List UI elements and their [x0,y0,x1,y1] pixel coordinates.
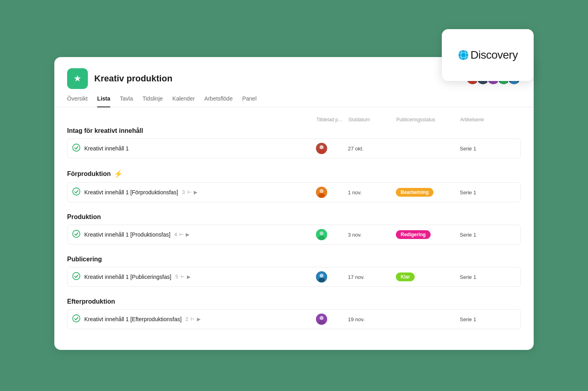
svg-point-27 [73,230,80,237]
task-meta: 4 ⊢ ▶ [175,232,190,237]
task-assignee [316,143,348,154]
tab-arbetsflode[interactable]: Arbetsflöde [205,95,233,107]
task-date: 27 okt. [348,146,396,152]
article-series: Serie 1 [460,232,516,238]
task-status: Bearbetning [396,188,460,197]
lightning-icon: ⚡ [114,170,123,178]
task-name-cell: Kreativt innehåll 1 [Publiceringsfas] 5 … [72,272,316,282]
svg-point-21 [320,145,324,149]
task-assignee [316,229,348,240]
status-badge-bearbetning: Bearbetning [396,188,433,197]
task-assignee [316,314,348,325]
task-assignee [316,187,348,198]
col-due-date: Slutdatum [348,117,396,122]
column-headers: Tilldelad p... Slutdatum Publiceringssta… [67,117,521,122]
svg-point-35 [73,315,80,322]
task-name: Kreativt innehåll 1 [Förproduktionsfas] [84,189,178,196]
task-avatar [316,187,327,198]
discovery-globe-icon [458,49,469,61]
svg-point-33 [320,274,324,278]
nav-tabs: Översikt Lista Tavla Tidslinje Kalender … [54,89,534,107]
subtask-icon: ⊢ [179,232,183,237]
section-intag: Intag för kreativt innehåll Kreativt inn… [67,127,521,158]
col-assignee: Tilldelad p... [316,117,348,122]
article-series: Serie 1 [460,190,516,196]
task-avatar [316,271,327,282]
article-series: Serie 1 [460,274,516,280]
subtask-icon: ⊢ [191,316,195,322]
svg-point-25 [320,189,324,193]
task-date: 17 nov. [348,274,396,280]
section-forproduktion: Förproduktion ⚡ Kreativt innehåll 1 [För… [67,170,521,202]
task-row[interactable]: Kreativt innehåll 1 [Produktionsfas] 4 ⊢… [67,225,521,245]
svg-point-38 [318,320,325,325]
main-card: ★ Kreativ produktion [54,57,534,350]
svg-point-26 [318,193,325,198]
svg-point-34 [318,278,325,282]
svg-point-30 [318,235,325,240]
task-row[interactable]: Kreativt innehåll 1 27 okt. Serie 1 [67,138,521,158]
task-row[interactable]: Kreativt innehåll 1 [Efterproduktionsfas… [67,309,521,329]
task-avatar [316,314,327,325]
task-name-cell: Kreativt innehåll 1 [72,144,316,154]
task-name: Kreativt innehåll 1 [Publiceringsfas] [84,274,171,280]
svg-point-29 [320,231,324,235]
section-title-publicering: Publicering [67,256,521,263]
task-status: Klar [396,273,460,281]
task-name-cell: Kreativt innehåll 1 [Efterproduktionsfas… [72,314,316,324]
task-status: Redigering [396,230,460,239]
article-series: Serie 1 [460,146,516,152]
section-title-intag: Intag för kreativt innehåll [67,127,521,134]
task-name: Kreativt innehåll 1 [84,145,129,152]
page-title: Kreativ produktion [94,73,173,84]
article-series: Serie 1 [460,316,516,322]
discovery-card: Discovery [442,29,534,81]
col-article-series: Artikelserie [460,117,516,122]
tab-oversikt[interactable]: Översikt [67,95,87,107]
app-icon: ★ [67,68,88,89]
svg-point-37 [320,316,324,320]
section-efterproduktion: Efterproduktion Kreativt innehåll 1 [Eft… [67,298,521,329]
status-badge-redigering: Redigering [396,230,431,239]
task-name: Kreativt innehåll 1 [Produktionsfas] [84,231,171,238]
check-icon [72,272,80,282]
task-meta: 2 ⊢ ▶ [186,316,201,322]
svg-point-22 [318,149,325,154]
task-row[interactable]: Kreativt innehåll 1 [Publiceringsfas] 5 … [67,267,521,287]
task-name-cell: Kreativt innehåll 1 [Förproduktionsfas] … [72,188,316,197]
tab-kalender[interactable]: Kalender [173,95,195,107]
tab-lista[interactable]: Lista [97,95,110,107]
col-task-name [72,117,316,122]
section-publicering: Publicering Kreativt innehåll 1 [Publice… [67,256,521,287]
tab-tidslinje[interactable]: Tidslinje [143,95,163,107]
col-publish-status: Publiceringsstatus [396,117,460,122]
task-meta: 3 ⊢ ▶ [182,190,197,195]
svg-point-19 [73,144,80,151]
task-avatar [316,229,327,240]
section-produktion: Produktion Kreativt innehåll 1 [Produkti… [67,213,521,245]
task-date: 1 nov. [348,190,396,196]
check-icon [72,230,80,240]
svg-point-31 [73,273,80,280]
task-avatar [316,143,327,154]
expand-icon: ▶ [194,190,197,195]
check-icon [72,188,80,197]
task-name-cell: Kreativt innehåll 1 [Produktionsfas] 4 ⊢… [72,230,316,240]
content-area: Tilldelad p... Slutdatum Publiceringssta… [54,107,534,350]
discovery-label: Discovery [471,49,518,61]
subtask-icon: ⊢ [181,274,185,280]
tab-tavla[interactable]: Tavla [120,95,133,107]
expand-icon: ▶ [187,274,191,280]
task-meta: 5 ⊢ ▶ [175,274,191,280]
section-title-efterproduktion: Efterproduktion [67,298,521,305]
expand-icon: ▶ [186,232,189,237]
page-wrapper: Discovery ★ Kreativ produktion [54,41,534,350]
tab-panel[interactable]: Panel [242,95,256,107]
task-name: Kreativt innehåll 1 [Efterproduktionsfas… [84,316,182,322]
svg-point-23 [73,188,80,195]
expand-icon: ▶ [197,316,201,322]
header-title-area: Kreativ produktion [94,73,173,84]
section-title-forproduktion: Förproduktion ⚡ [67,170,521,178]
check-icon [72,144,80,154]
task-row[interactable]: Kreativt innehåll 1 [Förproduktionsfas] … [67,182,521,202]
